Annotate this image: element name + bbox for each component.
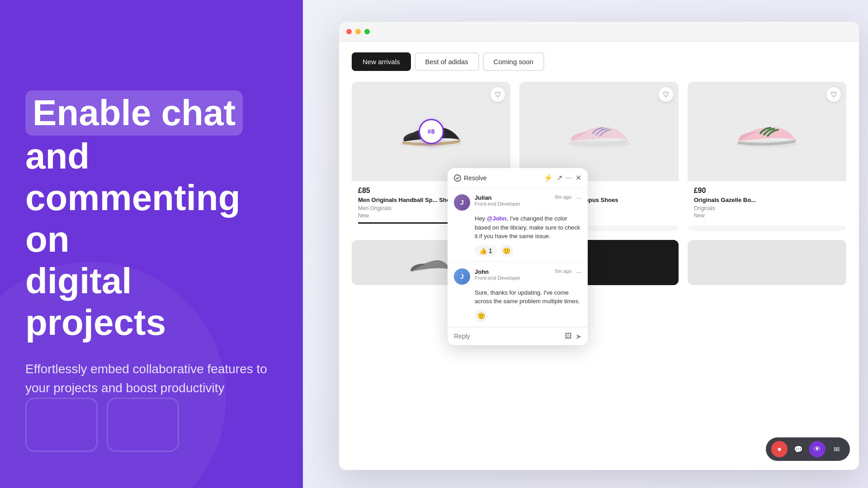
comment-user-row-john: J John Front-end Developer 5m ago ···	[454, 268, 581, 285]
product-image-3: ♡	[688, 82, 846, 181]
more-icon[interactable]: ···	[566, 174, 572, 182]
floating-toolbar: ● 💬 👁 ✉	[766, 437, 850, 461]
tab-best-adidas[interactable]: Best of adidas	[415, 52, 479, 71]
heart-button-3[interactable]: ♡	[826, 87, 841, 102]
more-julian[interactable]: ···	[576, 194, 581, 202]
heart-button-2[interactable]: ♡	[659, 87, 673, 102]
resolve-label: Resolve	[464, 174, 487, 182]
browser-window: New arrivals Best of adidas Coming soon	[339, 22, 859, 470]
comment-body: J Julian Front-end Developer 8m ago ··· …	[448, 188, 588, 327]
hero-subtitle: Effortlessly embed collaborative feature…	[25, 360, 278, 398]
product-category-3: Originals	[694, 205, 840, 211]
avatar-john: J	[454, 268, 470, 285]
send-icon[interactable]: ➤	[576, 332, 581, 341]
time-julian: 8m ago	[555, 194, 572, 200]
shoe-image-light	[561, 109, 637, 154]
comment-meta-john: John Front-end Developer	[475, 268, 551, 281]
shoe-thumb-1	[409, 247, 454, 278]
comment-reactions-john: 🙂	[475, 310, 581, 322]
product-info-3: £90 Originals Gazelle Bo... Originals Ne…	[688, 181, 846, 226]
shoe-image-pink	[728, 109, 805, 154]
add-reaction-john[interactable]: 🙂	[475, 310, 487, 322]
role-john: Front-end Developer	[475, 275, 551, 281]
hero-title: Enable chat and commenting on digital pr…	[25, 90, 278, 343]
tab-bar: New arrivals Best of adidas Coming soon	[352, 52, 846, 71]
product-row2	[352, 240, 846, 285]
left-panel: Enable chat and commenting on digital pr…	[0, 0, 303, 488]
comment-item-julian: J Julian Front-end Developer 8m ago ··· …	[448, 188, 588, 262]
heart-button-1[interactable]: ♡	[491, 87, 505, 102]
deco-shape-1	[25, 398, 98, 452]
highlight-chat: Enable chat	[25, 90, 243, 136]
product-price-3: £90	[694, 187, 840, 195]
product-image-6	[688, 240, 846, 285]
tab-new-arrivals[interactable]: New arrivals	[352, 52, 411, 71]
time-john: 5m ago	[555, 268, 572, 274]
product-grid: ♡ #8 £85 Men Originals Handball Sp... Sh…	[352, 82, 846, 231]
role-julian: Front-end Developer	[475, 201, 551, 206]
browser-topbar	[339, 22, 859, 42]
product-card-3: ♡ £90 Originals Gazelle Bo... Originals …	[688, 82, 846, 231]
product-name-3: Originals Gazelle Bo...	[694, 197, 840, 204]
toolbar-btn-red[interactable]: ●	[771, 441, 788, 457]
toolbar-btn-chat[interactable]: 💬	[790, 441, 807, 457]
comment-panel: Resolve ⚡ ↗ ··· ✕ J	[448, 168, 588, 345]
toolbar-btn-view[interactable]: 👁	[809, 441, 826, 457]
comment-item-john: J John Front-end Developer 5m ago ··· Su…	[448, 262, 588, 327]
comment-reactions-julian: 👍 1 🙂	[475, 244, 581, 257]
lightning-icon[interactable]: ⚡	[544, 174, 553, 182]
deco-shape-2	[107, 398, 179, 452]
mention-john: @John	[487, 215, 507, 222]
product-image-2: ♡	[519, 82, 678, 181]
tab-coming-soon[interactable]: Coming soon	[483, 52, 544, 71]
image-attach-icon[interactable]: 🖼	[565, 332, 572, 340]
product-image-1: ♡ #8	[352, 82, 510, 181]
comment-meta-julian: Julian Front-end Developer	[475, 194, 551, 206]
resolve-icon	[454, 174, 461, 182]
toolbar-btn-mail[interactable]: ✉	[828, 441, 844, 457]
add-reaction-button[interactable]: 🙂	[500, 244, 513, 257]
comment-text-john: Sure, thanks for updating. I've come acr…	[475, 288, 581, 306]
close-dot[interactable]	[346, 29, 352, 34]
minimize-dot[interactable]	[355, 29, 361, 34]
comment-text-julian: Hey @John, I've changed the color based …	[475, 214, 581, 241]
comment-panel-header: Resolve ⚡ ↗ ··· ✕	[448, 168, 588, 188]
reaction-count: 1	[489, 247, 492, 254]
share-icon[interactable]: ↗	[557, 174, 562, 182]
more-john[interactable]: ···	[576, 268, 581, 276]
browser-content: New arrivals Best of adidas Coming soon	[339, 42, 859, 470]
product-tag-3: New	[694, 212, 840, 219]
ranking-badge: #8	[419, 119, 444, 144]
decorative-shapes	[25, 398, 179, 452]
right-panel: New arrivals Best of adidas Coming soon	[303, 0, 868, 488]
username-julian: Julian	[475, 194, 551, 201]
thumbsup-reaction[interactable]: 👍 1	[475, 245, 497, 256]
comment-header-actions: ⚡ ↗ ··· ✕	[544, 174, 581, 182]
maximize-dot[interactable]	[364, 29, 370, 34]
avatar-julian: J	[454, 194, 470, 211]
comment-user-row-julian: J Julian Front-end Developer 8m ago ···	[454, 194, 581, 211]
product-card-6	[688, 240, 846, 285]
thumbsup-emoji: 👍	[479, 247, 487, 254]
reply-input[interactable]	[454, 333, 561, 340]
reply-input-area: 🖼 ➤	[448, 327, 588, 345]
close-icon[interactable]: ✕	[576, 174, 581, 182]
username-john: John	[475, 268, 551, 275]
resolve-button[interactable]: Resolve	[454, 174, 540, 182]
